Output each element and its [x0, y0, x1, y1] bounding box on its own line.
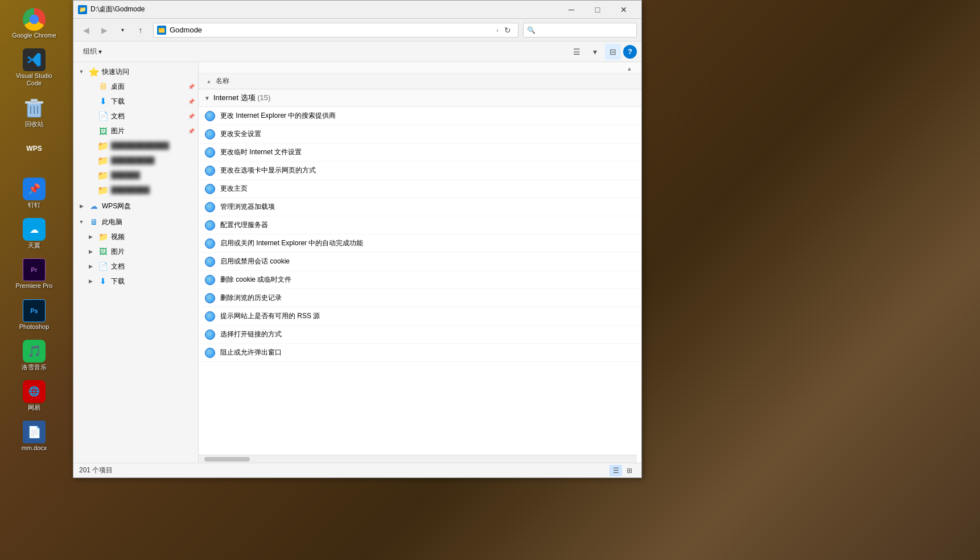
- search-bar[interactable]: 🔍: [523, 23, 637, 38]
- desktop-icon-google-chrome[interactable]: Google Chrome: [9, 6, 60, 42]
- downloads-expand-icon: [86, 97, 95, 106]
- sidebar-item-blurred4[interactable]: 📁 ████████: [73, 183, 198, 197]
- this-pc-header[interactable]: ▼ 🖥 此电脑: [73, 215, 198, 229]
- this-pc-icon: 🖥: [88, 216, 100, 228]
- tianyi-icon: ☁: [23, 218, 46, 241]
- desktop-folder-icon: 🖥: [97, 81, 109, 92]
- details-pane-button[interactable]: ⊟: [605, 44, 621, 60]
- sidebar-item-downloads[interactable]: ⬇ 下载 📌: [73, 94, 198, 109]
- ie-globe-icon-10: [205, 275, 215, 285]
- sidebar-item-desktop[interactable]: 🖥 桌面 📌: [73, 79, 198, 94]
- file-item-6-name: 管理浏览器加载项: [220, 202, 636, 212]
- desktop-icon-photoshop[interactable]: Ps Photoshop: [9, 297, 60, 333]
- file-item-5[interactable]: 更改主页: [199, 180, 641, 198]
- file-item-8[interactable]: 启用或关闭 Internet Explorer 中的自动完成功能: [199, 234, 641, 253]
- quick-access-header[interactable]: ▼ ⭐ 快速访问: [73, 64, 198, 79]
- status-item-count: 201 个项目: [79, 466, 113, 475]
- refresh-button[interactable]: ↻: [501, 23, 514, 37]
- maximize-button[interactable]: □: [584, 1, 611, 19]
- downloads2-expand-icon: ▶: [86, 277, 95, 286]
- desktop-icon-wangyi[interactable]: 🌐 网易: [9, 378, 60, 414]
- organize-button[interactable]: 组织 ▾: [78, 44, 107, 59]
- desktop-icon-recycle[interactable]: 回收站: [9, 94, 60, 130]
- documents2-label: 文档: [111, 262, 195, 271]
- file-item-4[interactable]: 更改在选项卡中显示网页的方式: [199, 162, 641, 180]
- blurred4-folder-icon: 📁: [97, 184, 109, 196]
- desktop-icon-tianyi[interactable]: ☁ 天翼: [9, 216, 60, 252]
- sidebar-item-blurred1[interactable]: 📁 ████████████: [73, 138, 198, 153]
- sidebar-item-downloads2[interactable]: ▶ ⬇ 下载: [73, 274, 198, 289]
- file-item-13-icon: [204, 329, 216, 340]
- file-item-3-icon: [204, 147, 216, 158]
- file-item-10[interactable]: 删除 cookie 或临时文件: [199, 271, 641, 289]
- desktop-label: 桌面: [111, 82, 188, 92]
- file-item-11[interactable]: 删除浏览的历史记录: [199, 289, 641, 307]
- file-item-10-icon: [204, 274, 216, 286]
- status-view-buttons: ☰ ⊞: [610, 465, 636, 476]
- view-menu-button[interactable]: ☰: [569, 44, 584, 60]
- file-item-6[interactable]: 管理浏览器加载项: [199, 198, 641, 216]
- file-item-13[interactable]: 选择打开链接的方式: [199, 326, 641, 344]
- section-header-internet-options[interactable]: ▼ Internet 选项 (15): [199, 89, 641, 107]
- file-item-3-name: 更改临时 Internet 文件设置: [220, 147, 636, 157]
- ie-globe-icon-13: [205, 330, 215, 340]
- main-content: ▼ ⭐ 快速访问 🖥 桌面 📌 ⬇ 下载 📌: [73, 62, 641, 463]
- list-view-button[interactable]: ☰: [610, 465, 622, 476]
- search-icon: 🔍: [527, 26, 536, 34]
- pictures2-label: 图片: [111, 247, 195, 257]
- sort-button[interactable]: ▲: [204, 77, 213, 86]
- file-item-2[interactable]: 更改安全设置: [199, 125, 641, 143]
- file-item-12-name: 提示网站上是否有可用的 RSS 源: [220, 311, 636, 321]
- view-options-button[interactable]: ▾: [587, 44, 603, 60]
- quick-access-icon: ⭐: [88, 66, 100, 77]
- file-item-8-name: 启用或关闭 Internet Explorer 中的自动完成功能: [220, 238, 636, 248]
- sidebar-item-videos[interactable]: ▶ 📁 视频: [73, 229, 198, 244]
- desktop-icon-mmdocx[interactable]: 📄 mm.docx: [9, 418, 60, 454]
- file-item-14[interactable]: 阻止或允许弹出窗口: [199, 344, 641, 362]
- grid-view-button[interactable]: ⊞: [623, 465, 636, 476]
- sort-up-icon[interactable]: ▲: [627, 65, 632, 72]
- file-item-1-icon: [204, 110, 216, 122]
- downloads-folder-icon: ⬇: [97, 96, 109, 107]
- sidebar-item-blurred2[interactable]: 📁 █████████: [73, 153, 198, 168]
- desktop-pin-icon: 📌: [188, 84, 195, 90]
- desktop-icon-vscode[interactable]: Visual Studio Code: [9, 46, 60, 89]
- desktop-icon-premiere[interactable]: Pr Premiere Pro: [9, 256, 60, 292]
- ie-globe-icon-14: [205, 348, 215, 358]
- desktop-expand-icon: [86, 82, 95, 91]
- file-item-11-name: 删除浏览的历史记录: [220, 293, 636, 303]
- file-item-7[interactable]: 配置代理服务器: [199, 216, 641, 234]
- file-item-9-name: 启用或禁用会话 cookie: [220, 257, 636, 266]
- wps-cloud-expand-icon: ▶: [77, 201, 86, 211]
- help-button[interactable]: ?: [623, 45, 637, 59]
- ie-globe-icon-2: [205, 129, 215, 139]
- blurred3-label: ██████: [111, 171, 195, 179]
- wps-cloud-header[interactable]: ▶ ☁ WPS网盘: [73, 199, 198, 213]
- recent-locations-button[interactable]: ▾: [114, 22, 130, 38]
- back-button[interactable]: ◀: [78, 22, 94, 38]
- search-input[interactable]: [538, 26, 633, 34]
- file-item-1[interactable]: 更改 Internet Explorer 中的搜索提供商: [199, 107, 641, 125]
- videos-label: 视频: [111, 232, 195, 242]
- file-item-3[interactable]: 更改临时 Internet 文件设置: [199, 143, 641, 162]
- desktop-icon-dingding[interactable]: 📌 钉钉: [9, 175, 60, 211]
- sidebar-item-documents[interactable]: 📄 文档 📌: [73, 109, 198, 123]
- documents-folder-icon: 📄: [97, 110, 109, 122]
- desktop-icon-music[interactable]: 🎵 洛雪音乐: [9, 337, 60, 373]
- file-item-9[interactable]: 启用或禁用会话 cookie: [199, 253, 641, 271]
- minimize-button[interactable]: ─: [558, 1, 584, 19]
- close-button[interactable]: ✕: [611, 1, 637, 19]
- sidebar-item-documents2[interactable]: ▶ 📄 文档: [73, 259, 198, 274]
- videos-expand-icon: ▶: [86, 232, 95, 241]
- sidebar-item-pictures2[interactable]: ▶ 🖼 图片: [73, 244, 198, 259]
- address-bar[interactable]: Godmode › ↻: [153, 23, 518, 38]
- forward-button[interactable]: ▶: [96, 22, 112, 38]
- desktop-icon-wps[interactable]: WPS WPS: [9, 135, 60, 171]
- file-item-1-name: 更改 Internet Explorer 中的搜索提供商: [220, 111, 636, 121]
- premiere-icon: Pr: [23, 258, 46, 281]
- sidebar-item-blurred3[interactable]: 📁 ██████: [73, 168, 198, 183]
- file-item-12[interactable]: 提示网站上是否有可用的 RSS 源: [199, 307, 641, 326]
- tianyi-label: 天翼: [28, 242, 40, 249]
- sidebar-item-pictures[interactable]: 🖼 图片 📌: [73, 123, 198, 138]
- up-button[interactable]: ↑: [133, 22, 149, 38]
